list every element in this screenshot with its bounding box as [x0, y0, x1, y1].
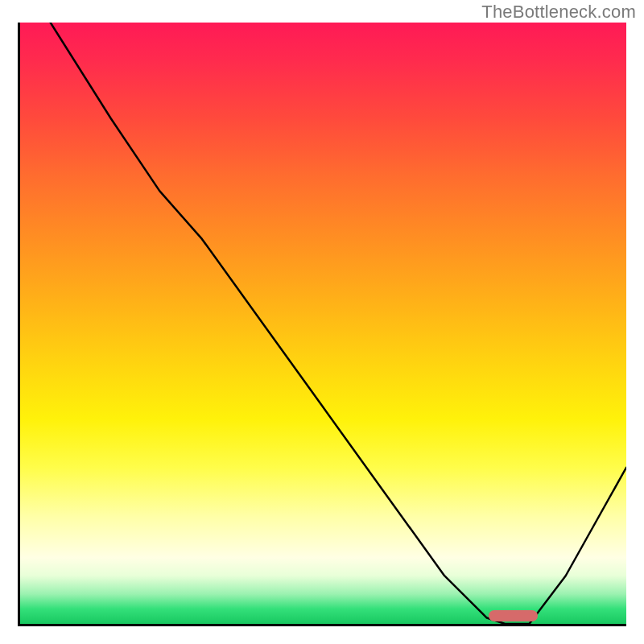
- curve-path: [51, 23, 626, 624]
- plot-area: [18, 23, 626, 626]
- watermark-text: TheBottleneck.com: [481, 2, 636, 23]
- chart-container: TheBottleneck.com: [0, 0, 644, 644]
- optimum-marker: [489, 610, 537, 621]
- bottleneck-curve: [20, 23, 626, 624]
